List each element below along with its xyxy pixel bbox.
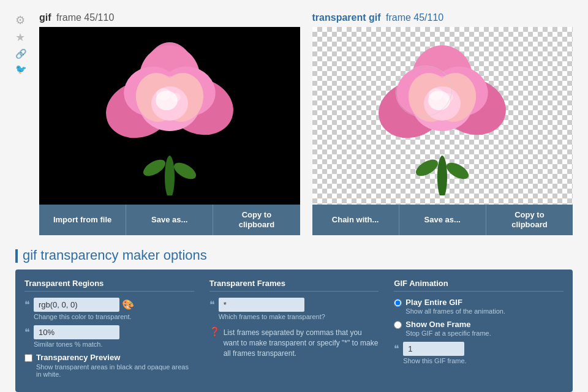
play-entire-label: Play Entire GIF: [405, 298, 505, 307]
transparent-frames-title: Transparent Frames: [209, 279, 379, 292]
frames-desc: List frames separated by commas that you…: [224, 328, 379, 358]
transparent-regions-col: Transparent Regions ❝ 🎨 Change this colo…: [24, 279, 194, 383]
quote-icon-frames: ❝: [209, 299, 215, 311]
play-entire-radio-row: Play Entire GIF Show all frames of the a…: [394, 298, 564, 315]
import-from-file-button[interactable]: Import from file: [39, 205, 126, 235]
transparent-regions-title: Transparent Regions: [24, 279, 194, 292]
frame-number-row: ❝ Show this GIF frame.: [394, 342, 564, 364]
show-one-desc: Stop GIF at a specific frame.: [405, 330, 491, 337]
preview-checkbox[interactable]: [24, 354, 32, 362]
svg-point-16: [156, 88, 171, 100]
options-title: gif transparency maker options: [15, 247, 573, 263]
preview-desc: Show transparent areas in black and opaq…: [36, 363, 194, 378]
color-picker-icon[interactable]: 🎨: [122, 299, 134, 311]
preview-checkbox-row: Transparency Preview Show transparent ar…: [24, 353, 194, 378]
right-panel-title: transparent gif frame 45/110: [312, 12, 573, 23]
left-copy-to-clipboard-button[interactable]: Copy to clipboard: [213, 205, 300, 235]
tones-hint: Similar tones % match.: [34, 341, 119, 348]
show-one-radio-row: Show One Frame Stop GIF at a specific fr…: [394, 320, 564, 337]
right-flower-svg: [375, 36, 510, 195]
right-panel-toolbar: Chain with... Save as... Copy to clipboa…: [312, 205, 573, 235]
color-option-row: ❝ 🎨 Change this color to transparent.: [24, 298, 194, 320]
svg-point-32: [443, 93, 453, 102]
svg-point-31: [429, 88, 443, 100]
options-panel: Transparent Regions ❝ 🎨 Change this colo…: [15, 270, 573, 392]
tones-option-row: ❝ Similar tones % match.: [24, 325, 194, 348]
help-icon: ❓: [209, 326, 220, 336]
left-frame: [39, 27, 300, 205]
color-hint: Change this color to transparent.: [34, 313, 134, 320]
frames-input[interactable]: [219, 298, 304, 312]
quote-icon-frame: ❝: [394, 343, 399, 355]
left-save-as-button[interactable]: Save as...: [126, 205, 213, 235]
right-frame: [312, 27, 573, 205]
svg-point-19: [413, 156, 441, 179]
right-copy-to-clipboard-button[interactable]: Copy to clipboard: [486, 205, 573, 235]
show-one-label: Show One Frame: [405, 320, 491, 329]
frames-help-row: ❓ List frames separated by commas that y…: [209, 325, 379, 358]
sidebar-icons: ⚙ ★ 🔗 🐦: [15, 12, 27, 74]
preview-label: Transparency Preview: [36, 353, 194, 362]
right-save-as-button[interactable]: Save as...: [399, 205, 486, 235]
gif-animation-title: GIF Animation: [394, 279, 564, 292]
left-panel-toolbar: Import from file Save as... Copy to clip…: [39, 205, 300, 235]
frame-number-input[interactable]: [403, 342, 464, 356]
svg-point-20: [444, 159, 472, 182]
play-entire-radio[interactable]: [394, 299, 402, 307]
quote-icon-tones: ❝: [24, 326, 30, 338]
right-gif-panel: transparent gif frame 45/110: [312, 12, 573, 235]
left-flower-svg: [102, 36, 237, 195]
play-entire-desc: Show all frames of the animation.: [405, 307, 505, 315]
show-one-radio[interactable]: [394, 321, 402, 329]
frame-hint: Show this GIF frame.: [403, 357, 466, 364]
left-panel-title: gif frame 45/110: [39, 12, 300, 23]
twitter-icon[interactable]: 🐦: [15, 64, 27, 74]
gear-icon[interactable]: ⚙: [15, 15, 27, 26]
link-icon[interactable]: 🔗: [15, 49, 27, 58]
transparent-frames-col: Transparent Frames ❝ Which frames to mak…: [209, 279, 379, 383]
left-gif-panel: gif frame 45/110: [39, 12, 300, 235]
quote-icon-color: ❝: [24, 299, 30, 311]
tones-input[interactable]: [34, 325, 119, 339]
chain-with-button[interactable]: Chain with...: [312, 205, 399, 235]
options-section: gif transparency maker options Transpare…: [15, 247, 573, 392]
gif-animation-col: GIF Animation Play Entire GIF Show all f…: [394, 279, 564, 383]
frames-question: Which frames to make transparent?: [219, 313, 325, 320]
star-icon[interactable]: ★: [15, 32, 27, 43]
color-input[interactable]: [34, 298, 119, 312]
svg-point-17: [171, 93, 181, 102]
frames-option-row: ❝ Which frames to make transparent?: [209, 298, 379, 320]
svg-point-18: [437, 156, 447, 195]
